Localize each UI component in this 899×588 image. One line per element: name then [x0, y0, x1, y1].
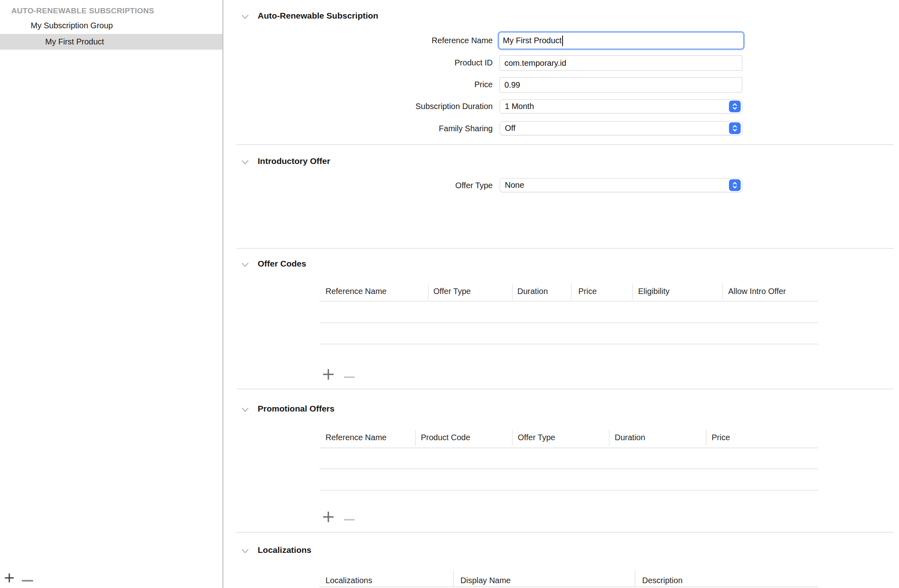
- column-divider: [723, 284, 723, 300]
- table-header-underline: [319, 301, 818, 302]
- section-title-offer-codes: Offer Codes: [258, 258, 306, 269]
- minus-icon: [344, 516, 355, 522]
- chevron-down-icon[interactable]: [242, 407, 249, 412]
- subscription-duration-popup[interactable]: 1 Month: [500, 99, 742, 113]
- plus-icon: [323, 518, 334, 524]
- column-divider: [512, 430, 513, 446]
- sidebar-item-first-product[interactable]: My First Product: [0, 34, 223, 50]
- sidebar-item-label: My First Product: [45, 34, 104, 50]
- label-price: Price: [242, 79, 493, 90]
- promo-col-price[interactable]: Price: [712, 432, 730, 443]
- label-product-id: Product ID: [242, 57, 493, 68]
- localizations-col-display-name[interactable]: Display Name: [460, 575, 510, 586]
- promo-col-product-code[interactable]: Product Code: [421, 432, 470, 443]
- minus-icon: [344, 374, 355, 380]
- text-cursor: [562, 36, 563, 46]
- offer-codes-col-duration[interactable]: Duration: [517, 286, 548, 296]
- table-row-divider: [319, 468, 818, 469]
- table-row-divider: [319, 344, 818, 344]
- column-divider: [632, 284, 633, 300]
- column-divider: [635, 570, 635, 586]
- table-row-divider: [319, 490, 818, 491]
- offer-codes-remove-button[interactable]: [344, 374, 355, 376]
- plus-icon: [4, 579, 15, 585]
- section-title-promotional-offers: Promotional Offers: [258, 403, 334, 414]
- price-input[interactable]: 0.99: [500, 77, 742, 92]
- popup-chevrons-icon: [729, 179, 741, 191]
- sidebar-group-header: AUTO-RENEWABLE SUBSCRIPTIONS: [11, 6, 154, 15]
- plus-icon: [323, 375, 334, 381]
- family-sharing-value: Off: [505, 124, 515, 132]
- label-family-sharing: Family Sharing: [242, 123, 493, 134]
- sidebar-remove-button[interactable]: [21, 577, 34, 580]
- chevron-down-icon[interactable]: [242, 159, 249, 164]
- label-subscription-duration: Subscription Duration: [242, 101, 493, 111]
- section-divider: [237, 144, 894, 145]
- column-divider: [428, 284, 428, 300]
- promo-add-button[interactable]: [323, 511, 334, 523]
- chevron-down-icon[interactable]: [242, 262, 249, 267]
- promo-col-duration[interactable]: Duration: [615, 432, 645, 443]
- offer-codes-col-eligibility[interactable]: Eligibility: [638, 286, 670, 296]
- offer-type-popup[interactable]: None: [500, 178, 742, 192]
- subscription-duration-value: 1 Month: [505, 102, 534, 111]
- offer-type-value: None: [505, 181, 524, 189]
- sidebar-main-divider: [223, 0, 223, 588]
- promo-col-reference-name[interactable]: Reference Name: [326, 432, 386, 443]
- chevron-down-icon[interactable]: [242, 14, 249, 19]
- table-header-underline: [319, 586, 818, 587]
- section-divider: [237, 248, 894, 249]
- minus-icon: [21, 577, 34, 583]
- column-divider: [706, 430, 706, 446]
- offer-codes-col-reference-name[interactable]: Reference Name: [326, 286, 386, 296]
- offer-codes-col-price[interactable]: Price: [578, 286, 597, 296]
- reference-name-value: My First Product: [503, 36, 562, 45]
- reference-name-input[interactable]: My First Product: [498, 31, 745, 50]
- table-header-underline: [319, 447, 818, 448]
- product-id-input[interactable]: com.temporary.id: [500, 55, 742, 71]
- sidebar: AUTO-RENEWABLE SUBSCRIPTIONS My Subscrip…: [0, 0, 223, 588]
- column-divider: [609, 430, 609, 446]
- section-divider: [237, 532, 894, 533]
- sidebar-add-button[interactable]: [4, 572, 15, 584]
- column-divider: [512, 284, 513, 300]
- chevron-down-icon[interactable]: [242, 548, 249, 553]
- column-divider: [453, 570, 454, 586]
- promo-col-offer-type[interactable]: Offer Type: [518, 432, 555, 443]
- section-divider: [237, 388, 894, 389]
- section-title-introductory-offer: Introductory Offer: [258, 156, 330, 166]
- sidebar-item-subscription-group[interactable]: My Subscription Group: [31, 20, 113, 31]
- offer-codes-col-allow-intro-offer[interactable]: Allow Intro Offer: [728, 286, 786, 296]
- localizations-col-description[interactable]: Description: [642, 575, 683, 586]
- popup-chevrons-icon: [729, 122, 741, 134]
- table-row-divider: [319, 322, 818, 323]
- offer-codes-col-offer-type[interactable]: Offer Type: [433, 286, 471, 296]
- section-title-subscription: Auto-Renewable Subscription: [258, 10, 378, 21]
- family-sharing-popup[interactable]: Off: [500, 121, 742, 135]
- localizations-col-localizations[interactable]: Localizations: [326, 575, 372, 586]
- column-divider: [415, 430, 416, 446]
- label-offer-type: Offer Type: [242, 180, 493, 191]
- section-title-localizations: Localizations: [258, 545, 311, 555]
- popup-chevrons-icon: [729, 101, 741, 112]
- promo-remove-button[interactable]: [344, 516, 355, 519]
- label-reference-name: Reference Name: [242, 35, 493, 46]
- column-divider: [571, 284, 571, 300]
- offer-codes-add-button[interactable]: [323, 369, 334, 380]
